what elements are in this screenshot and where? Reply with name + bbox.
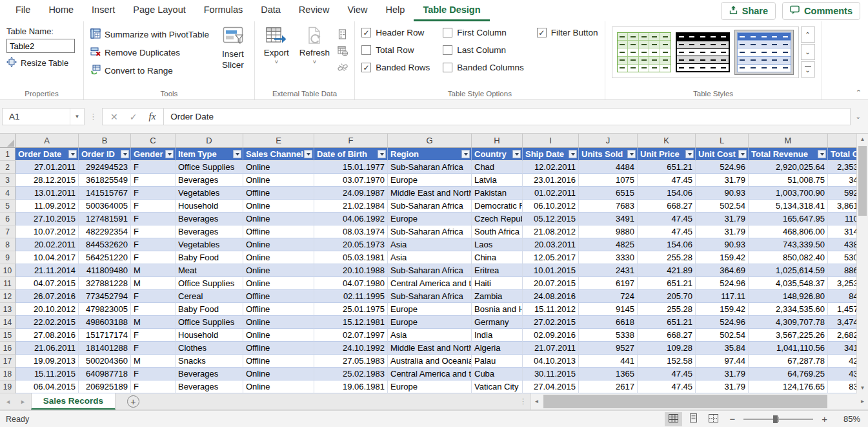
- table-header-cell[interactable]: Order Date: [15, 148, 79, 161]
- checkbox-box[interactable]: [361, 45, 371, 55]
- table-cell[interactable]: 1,041,110.56: [749, 342, 828, 355]
- table-cell[interactable]: 668.27: [638, 200, 696, 213]
- table-cell[interactable]: 502.54: [696, 329, 749, 342]
- table-cell[interactable]: 20.03.2011: [523, 238, 579, 251]
- table-cell[interactable]: Germany: [472, 316, 523, 329]
- table-cell[interactable]: Cuba: [472, 368, 523, 380]
- table-cell[interactable]: Beverages: [176, 368, 243, 380]
- table-cell[interactable]: 27.05.1983: [314, 355, 388, 368]
- checkbox-box[interactable]: ✓: [361, 28, 371, 37]
- table-cell[interactable]: 10.01.2015: [523, 264, 579, 277]
- table-cell[interactable]: Online: [243, 329, 314, 342]
- checkbox-last-column[interactable]: Last Column: [443, 45, 524, 55]
- table-cell[interactable]: Laos: [472, 238, 523, 251]
- table-cell[interactable]: Czech Republic: [472, 213, 523, 225]
- table-cell[interactable]: 31.79: [696, 368, 749, 380]
- table-cell[interactable]: 24.10.1992: [314, 342, 388, 355]
- column-header-F[interactable]: F: [314, 134, 388, 148]
- table-cell[interactable]: Sub-Saharan Africa: [388, 200, 472, 213]
- scroll-right-icon[interactable]: ►: [857, 393, 868, 410]
- table-cell[interactable]: 47.45: [638, 225, 696, 238]
- select-all-button[interactable]: [0, 134, 15, 148]
- table-cell[interactable]: 6197: [579, 277, 638, 290]
- table-cell[interactable]: 9527: [579, 342, 638, 355]
- row-number[interactable]: 13: [0, 303, 15, 316]
- table-cell[interactable]: 21.08.2012: [523, 225, 579, 238]
- checkbox-filter-button[interactable]: ✓Filter Button: [537, 28, 598, 37]
- table-cell[interactable]: 1365: [579, 368, 638, 380]
- tab-review[interactable]: Review: [290, 0, 339, 21]
- table-cell[interactable]: Vatican City: [472, 380, 523, 393]
- filter-button[interactable]: [738, 150, 747, 158]
- table-cell[interactable]: 02.09.2016: [523, 329, 579, 342]
- row-number[interactable]: 3: [0, 174, 15, 187]
- table-cell[interactable]: 23.01.2016: [523, 174, 579, 187]
- table-cell[interactable]: Haiti: [472, 277, 523, 290]
- filter-button[interactable]: [512, 150, 521, 158]
- table-cell[interactable]: Europe: [388, 174, 472, 187]
- table-cell[interactable]: 1,003,700.90: [749, 187, 828, 200]
- table-cell[interactable]: 148,926.80: [749, 290, 828, 303]
- table-header-cell[interactable]: Total Revenue: [749, 148, 828, 161]
- table-cell[interactable]: 20.02.2011: [15, 238, 79, 251]
- table-cell[interactable]: 2,920,025.64: [749, 161, 828, 174]
- table-cell[interactable]: Meat: [176, 264, 243, 277]
- column-header-M[interactable]: M: [749, 134, 828, 148]
- scroll-up-icon[interactable]: ▲: [857, 134, 868, 145]
- table-cell[interactable]: 564251220: [79, 251, 131, 264]
- table-cell[interactable]: 04.10.2013: [523, 355, 579, 368]
- table-cell[interactable]: 502.54: [696, 200, 749, 213]
- selected-style-wrapper[interactable]: [734, 30, 794, 75]
- filter-button[interactable]: [378, 150, 386, 158]
- zoom-slider-thumb[interactable]: [773, 415, 778, 423]
- table-cell[interactable]: Middle East and North Africa: [388, 342, 472, 355]
- checkbox-box[interactable]: [443, 45, 452, 55]
- table-cell[interactable]: 13.01.2011: [15, 187, 79, 200]
- table-cell[interactable]: 5338: [579, 329, 638, 342]
- table-cell[interactable]: Online: [243, 213, 314, 225]
- style-preview-table-style-medium-blue[interactable]: [737, 32, 791, 72]
- resize-table-button[interactable]: Resize Table: [6, 57, 77, 69]
- table-cell[interactable]: 651.21: [638, 161, 696, 174]
- gallery-up-arrow[interactable]: ⌃: [801, 26, 815, 43]
- export-button[interactable]: Export ˅: [261, 26, 292, 88]
- vertical-scroll-thumb[interactable]: [858, 146, 867, 216]
- table-cell[interactable]: 24.09.1987: [314, 187, 388, 200]
- tab-help[interactable]: Help: [377, 0, 414, 21]
- table-cell[interactable]: 01.02.2011: [523, 187, 579, 200]
- table-cell[interactable]: 02.11.1995: [314, 290, 388, 303]
- table-cell[interactable]: 141515767: [79, 187, 131, 200]
- export-dropdown-chevron[interactable]: ˅: [275, 59, 278, 65]
- table-cell[interactable]: 20.07.2015: [523, 277, 579, 290]
- tab-splitter-grip[interactable]: ⋮: [516, 393, 530, 410]
- column-header-C[interactable]: C: [131, 134, 176, 148]
- new-sheet-button[interactable]: +: [127, 395, 139, 408]
- scroll-left-icon[interactable]: ◄: [531, 393, 542, 410]
- table-cell[interactable]: 844532620: [79, 238, 131, 251]
- table-cell[interactable]: 04.07.1980: [314, 277, 388, 290]
- table-cell[interactable]: Vegetables: [176, 238, 243, 251]
- column-header-K[interactable]: K: [638, 134, 696, 148]
- row-number[interactable]: 4: [0, 187, 15, 200]
- column-header-I[interactable]: I: [523, 134, 579, 148]
- horizontal-scroll-thumb[interactable]: [543, 395, 827, 408]
- column-header-G[interactable]: G: [388, 134, 472, 148]
- table-cell[interactable]: 421.89: [638, 264, 696, 277]
- table-cell[interactable]: 10.07.2012: [15, 225, 79, 238]
- table-cell[interactable]: Sub-Saharan Africa: [388, 161, 472, 174]
- tab-page-layout[interactable]: Page Layout: [124, 0, 194, 21]
- table-cell[interactable]: Online: [243, 174, 314, 187]
- table-cell[interactable]: Baby Food: [176, 303, 243, 316]
- table-cell[interactable]: 159.42: [696, 251, 749, 264]
- table-cell[interactable]: 255.28: [638, 303, 696, 316]
- name-box[interactable]: A1 ▼: [2, 108, 85, 125]
- table-cell[interactable]: 109.28: [638, 342, 696, 355]
- table-cell[interactable]: 4,309,707.78: [749, 316, 828, 329]
- table-cell[interactable]: 47.45: [638, 213, 696, 225]
- table-cell[interactable]: Chad: [472, 161, 523, 174]
- table-cell[interactable]: Online: [243, 251, 314, 264]
- table-cell[interactable]: 64,769.25: [749, 368, 828, 380]
- table-header-cell[interactable]: Gender: [131, 148, 176, 161]
- table-cell[interactable]: 02.07.1997: [314, 329, 388, 342]
- table-cell[interactable]: 05.12.2015: [523, 213, 579, 225]
